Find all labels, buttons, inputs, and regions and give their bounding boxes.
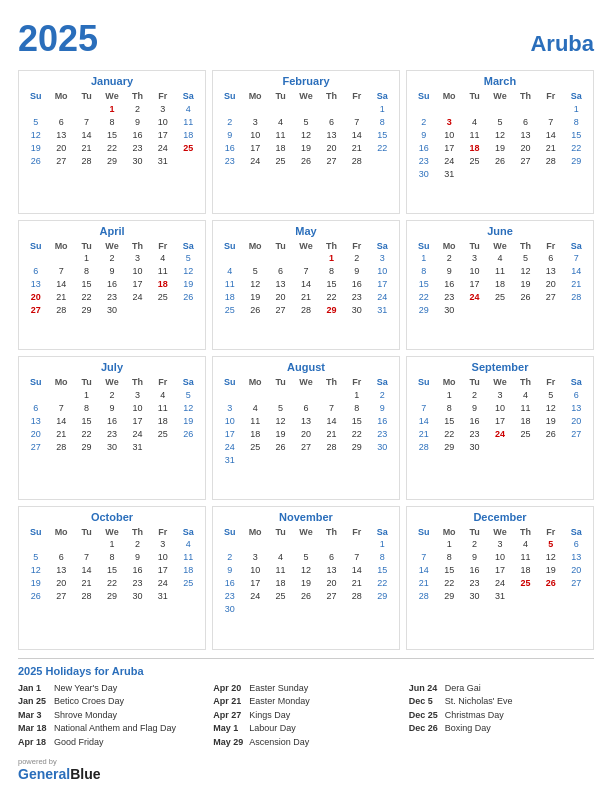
- day-cell: 13: [23, 414, 48, 427]
- day-cell: [23, 538, 48, 551]
- day-cell: 5: [487, 115, 512, 128]
- holiday-item: Mar 18National Anthem and Flag Day: [18, 722, 203, 736]
- day-cell: 31: [436, 167, 461, 180]
- day-cell: 25: [513, 577, 538, 590]
- day-cell: 16: [411, 141, 436, 154]
- day-cell: 14: [74, 564, 99, 577]
- holiday-item: Dec 26Boxing Day: [409, 722, 594, 736]
- day-cell: 1: [564, 102, 589, 115]
- day-cell: [487, 304, 512, 317]
- day-header-fr: Fr: [538, 90, 563, 102]
- day-cell: 23: [125, 141, 150, 154]
- day-cell: 26: [176, 291, 201, 304]
- day-cell: 9: [217, 128, 242, 141]
- day-cell: [513, 440, 538, 453]
- day-cell: 5: [538, 538, 563, 551]
- day-cell: 9: [217, 564, 242, 577]
- day-header-sa: Sa: [370, 240, 395, 252]
- day-cell: 27: [564, 427, 589, 440]
- day-header-we: We: [293, 526, 318, 538]
- day-cell: 20: [23, 427, 48, 440]
- day-cell: 7: [293, 265, 318, 278]
- day-cell: [344, 603, 369, 616]
- day-cell: 8: [74, 401, 99, 414]
- day-cell: 18: [268, 577, 293, 590]
- day-cell: 14: [74, 128, 99, 141]
- day-cell: 4: [513, 538, 538, 551]
- holiday-name: Labour Day: [249, 722, 296, 736]
- day-cell: [242, 102, 267, 115]
- day-grid: SuMoTuWeThFrSa12345678910111213141516171…: [217, 526, 395, 616]
- day-cell: 20: [319, 141, 344, 154]
- day-header-sa: Sa: [564, 376, 589, 388]
- day-cell: 24: [217, 440, 242, 453]
- day-grid: SuMoTuWeThFrSa12345678910111213141516171…: [23, 376, 201, 453]
- day-cell: 3: [242, 115, 267, 128]
- day-cell: 6: [23, 401, 48, 414]
- day-cell: 25: [268, 154, 293, 167]
- day-cell: 23: [125, 577, 150, 590]
- day-cell: 4: [242, 401, 267, 414]
- day-cell: 26: [176, 427, 201, 440]
- day-cell: [370, 453, 395, 466]
- day-cell: 19: [513, 278, 538, 291]
- day-cell: 21: [74, 577, 99, 590]
- day-header-su: Su: [23, 240, 48, 252]
- day-header-we: We: [99, 240, 124, 252]
- day-cell: 26: [487, 154, 512, 167]
- day-header-mo: Mo: [436, 526, 461, 538]
- day-cell: 5: [293, 115, 318, 128]
- day-cell: 16: [217, 141, 242, 154]
- day-cell: 11: [176, 115, 201, 128]
- day-header-we: We: [487, 376, 512, 388]
- day-cell: 19: [176, 278, 201, 291]
- day-cell: 3: [242, 551, 267, 564]
- day-header-mo: Mo: [48, 376, 73, 388]
- footer-powered: powered by: [18, 757, 100, 766]
- day-cell: 24: [487, 577, 512, 590]
- month-name: January: [23, 75, 201, 87]
- day-cell: 20: [23, 291, 48, 304]
- day-cell: 8: [319, 265, 344, 278]
- holiday-date: Jun 24: [409, 682, 441, 696]
- day-cell: 27: [293, 440, 318, 453]
- day-cell: [344, 538, 369, 551]
- day-cell: 10: [487, 401, 512, 414]
- day-cell: 6: [268, 265, 293, 278]
- day-cell: 23: [99, 427, 124, 440]
- day-cell: 16: [99, 414, 124, 427]
- day-cell: 21: [48, 291, 73, 304]
- day-cell: 15: [74, 414, 99, 427]
- day-cell: 23: [411, 154, 436, 167]
- day-header-sa: Sa: [176, 240, 201, 252]
- day-cell: 26: [293, 154, 318, 167]
- day-cell: 4: [217, 265, 242, 278]
- day-cell: 1: [74, 388, 99, 401]
- day-cell: 9: [411, 128, 436, 141]
- day-cell: 31: [487, 590, 512, 603]
- day-cell: 30: [217, 603, 242, 616]
- day-cell: 20: [564, 414, 589, 427]
- day-cell: 5: [538, 388, 563, 401]
- day-cell: 2: [436, 252, 461, 265]
- holiday-item: May 1Labour Day: [213, 722, 398, 736]
- day-cell: 18: [268, 141, 293, 154]
- day-cell: 31: [125, 440, 150, 453]
- day-grid: SuMoTuWeThFrSa12345678910111213141516171…: [411, 240, 589, 317]
- day-cell: 6: [48, 115, 73, 128]
- day-cell: 21: [538, 141, 563, 154]
- day-grid: SuMoTuWeThFrSa12345678910111213141516171…: [217, 90, 395, 167]
- day-cell: 27: [23, 304, 48, 317]
- day-cell: 17: [462, 278, 487, 291]
- day-header-th: Th: [319, 240, 344, 252]
- day-cell: [370, 603, 395, 616]
- day-cell: 1: [436, 538, 461, 551]
- day-cell: 14: [564, 265, 589, 278]
- holiday-name: National Anthem and Flag Day: [54, 722, 176, 736]
- day-header-su: Su: [23, 90, 48, 102]
- day-cell: 1: [436, 388, 461, 401]
- day-cell: 23: [344, 291, 369, 304]
- day-cell: 13: [48, 128, 73, 141]
- day-cell: 30: [370, 440, 395, 453]
- day-cell: [462, 167, 487, 180]
